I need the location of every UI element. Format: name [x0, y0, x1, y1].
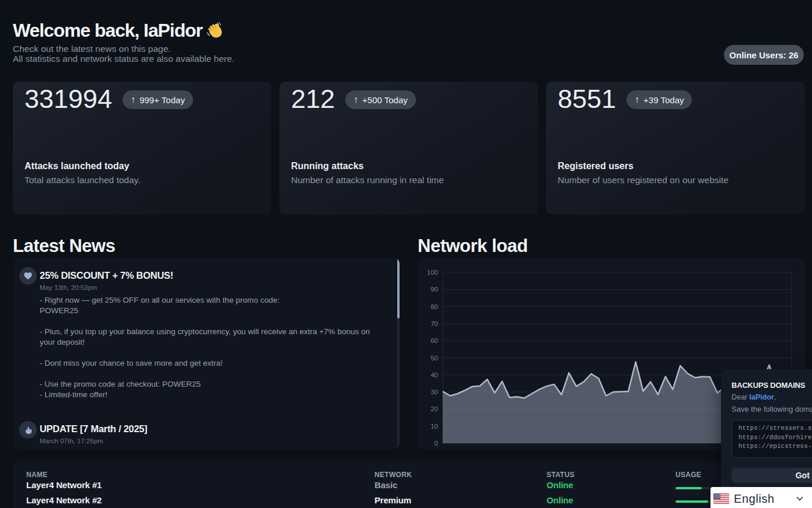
svg-text:60: 60 [430, 337, 438, 344]
svg-text:50: 50 [430, 355, 438, 362]
svg-text:0: 0 [435, 440, 438, 447]
svg-text:20: 20 [430, 405, 438, 412]
svg-text:80: 80 [430, 303, 438, 310]
svg-text:70: 70 [430, 320, 438, 327]
svg-text:30: 30 [430, 388, 438, 395]
svg-text:90: 90 [430, 286, 438, 293]
svg-text:100: 100 [427, 269, 438, 276]
svg-text:40: 40 [430, 372, 438, 379]
svg-text:10: 10 [430, 423, 438, 430]
